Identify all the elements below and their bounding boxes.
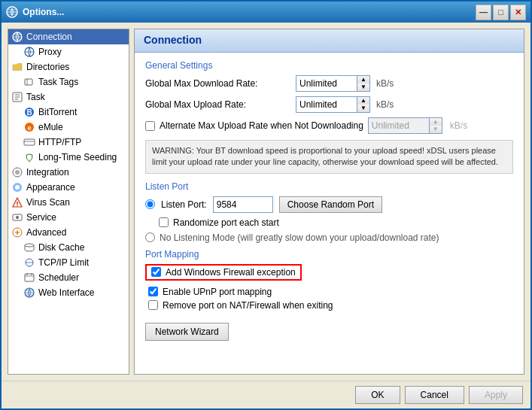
cancel-button[interactable]: Cancel — [405, 386, 464, 404]
svg-point-31 — [25, 244, 34, 247]
svg-point-29 — [16, 216, 19, 219]
bottom-bar: OK Cancel Apply — [2, 381, 530, 408]
sidebar-item-appearance[interactable]: Appearance — [8, 180, 129, 195]
sidebar-item-integration[interactable]: Integration — [8, 165, 129, 180]
sidebar-label-task: Task — [26, 92, 45, 102]
no-listen-radio[interactable] — [145, 232, 155, 242]
title-bar: Options... — □ ✕ — [2, 2, 530, 23]
sidebar-item-task[interactable]: Task — [8, 90, 129, 105]
sidebar-item-disk-cache[interactable]: Disk Cache — [8, 240, 129, 255]
firewall-exception-checkbox[interactable] — [151, 267, 161, 277]
alternate-rate-checkbox[interactable] — [145, 121, 155, 131]
warning-box: WARNING: Your BT download speed is propo… — [145, 140, 513, 174]
download-spin-up[interactable]: ▲ — [357, 76, 369, 84]
sidebar-item-tcpip-limit[interactable]: TCP/IP Limit — [8, 255, 129, 270]
randomize-port-row: Randomize port each start — [159, 217, 513, 228]
svg-rect-20 — [24, 139, 35, 145]
window-title: Options... — [23, 7, 471, 17]
minimize-button[interactable]: — — [476, 5, 491, 20]
listen-port-label: Listen Port: — [161, 199, 207, 210]
upload-spin-up[interactable]: ▲ — [357, 97, 369, 105]
upload-rate-label: Global Max Upload Rate: — [145, 99, 296, 110]
sidebar: Connection Proxy Directories Task Tags — [8, 29, 129, 375]
advanced-icon — [11, 226, 23, 238]
download-unit-label: kB/s — [376, 78, 394, 89]
main-content: Connection Proxy Directories Task Tags — [2, 23, 530, 381]
upnp-row: Enable UPnP port mapping — [148, 287, 513, 297]
choose-random-port-button[interactable]: Choose Random Port — [279, 196, 382, 213]
listen-port-input[interactable] — [213, 196, 273, 213]
listen-port-radio[interactable] — [145, 199, 155, 209]
no-listen-row: No Listening Mode (will greatly slow dow… — [145, 232, 513, 243]
firewall-check-row[interactable]: Add Windows Firewall exception — [145, 264, 302, 281]
ok-button[interactable]: OK — [355, 386, 400, 404]
upload-spinner-arrows: ▲ ▼ — [357, 97, 369, 112]
panel-body: General Settings Global Max Download Rat… — [135, 53, 524, 374]
sidebar-item-emule[interactable]: e eMule — [8, 120, 129, 135]
alternate-rate-label: Alternate Max Upload Rate when Not Downl… — [160, 120, 363, 131]
emule-icon: e — [23, 121, 35, 133]
download-rate-spinner-group: ▲ ▼ kB/s — [296, 75, 394, 92]
warning-text: WARNING: Your BT download speed is propo… — [152, 146, 498, 166]
task-icon — [11, 91, 23, 103]
upload-rate-input[interactable] — [296, 97, 357, 112]
download-spinner-arrows: ▲ ▼ — [357, 76, 369, 91]
sidebar-item-virus-scan[interactable]: Virus Scan — [8, 195, 129, 210]
network-wizard-button[interactable]: Network Wizard — [145, 323, 229, 341]
sidebar-item-web-interface[interactable]: Web Interface — [8, 285, 129, 300]
scheduler-icon — [23, 272, 35, 284]
download-rate-row: Global Max Download Rate: ▲ ▼ kB/s — [145, 75, 513, 92]
sidebar-item-proxy[interactable]: Proxy — [8, 44, 129, 59]
panel-title: Connection — [144, 34, 515, 46]
sidebar-label-long-time-seeding: Long-Time Seeding — [38, 152, 117, 162]
sidebar-item-directories[interactable]: Directories — [8, 59, 129, 74]
sidebar-label-disk-cache: Disk Cache — [38, 242, 84, 253]
sidebar-item-service[interactable]: Service — [8, 210, 129, 225]
tag-icon — [23, 76, 35, 88]
integration-icon — [11, 166, 23, 178]
folder-icon — [11, 61, 23, 73]
sidebar-label-web-interface: Web Interface — [38, 287, 94, 298]
download-rate-input[interactable] — [296, 76, 357, 91]
svg-point-27 — [17, 205, 18, 207]
apply-button[interactable]: Apply — [469, 386, 523, 404]
listen-port-section-label: Listen Port — [145, 181, 513, 192]
sidebar-item-long-time-seeding[interactable]: Long-Time Seeding — [8, 150, 129, 165]
options-window: Options... — □ ✕ Connection Proxy — [0, 0, 532, 410]
randomize-port-checkbox[interactable] — [159, 217, 169, 227]
service-icon — [11, 211, 23, 223]
svg-rect-10 — [25, 79, 32, 85]
no-listen-label: No Listening Mode (will greatly slow dow… — [160, 232, 439, 243]
seeding-icon — [23, 151, 35, 163]
upload-spinner-box: ▲ ▼ — [296, 96, 370, 113]
upload-unit-label: kB/s — [376, 99, 394, 110]
svg-rect-34 — [25, 274, 34, 281]
nat-label: Remove port on NAT/Firewall when exiting — [163, 300, 333, 311]
upnp-checkbox[interactable] — [148, 287, 158, 296]
nat-checkbox[interactable] — [148, 300, 158, 310]
sidebar-item-bittorrent[interactable]: B BitTorrent — [8, 105, 129, 120]
disk-icon — [23, 241, 35, 254]
upload-spin-down[interactable]: ▼ — [357, 105, 369, 112]
sidebar-item-scheduler[interactable]: Scheduler — [8, 270, 129, 285]
maximize-button[interactable]: □ — [493, 5, 509, 20]
web-icon — [23, 287, 35, 299]
download-spin-down[interactable]: ▼ — [357, 84, 369, 91]
alternate-spinner-box: ▲ ▼ — [368, 117, 442, 134]
nat-row: Remove port on NAT/Firewall when exiting — [148, 300, 513, 311]
bittorrent-icon: B — [23, 106, 35, 118]
alternate-rate-input — [369, 118, 429, 133]
proxy-icon — [23, 46, 35, 58]
sidebar-item-connection[interactable]: Connection — [8, 29, 129, 44]
svg-text:B: B — [26, 108, 32, 117]
svg-point-25 — [15, 185, 20, 190]
sidebar-item-advanced[interactable]: Advanced — [8, 225, 129, 240]
download-spinner-box: ▲ ▼ — [296, 75, 370, 92]
close-button[interactable]: ✕ — [510, 5, 526, 20]
right-panel: Connection General Settings Global Max D… — [134, 29, 524, 375]
network-wizard-container: Network Wizard — [145, 314, 513, 341]
sidebar-label-task-tags: Task Tags — [38, 77, 78, 87]
download-rate-label: Global Max Download Rate: — [145, 78, 296, 89]
sidebar-item-http-ftp[interactable]: HTTP/FTP — [8, 135, 129, 150]
sidebar-item-task-tags[interactable]: Task Tags — [8, 74, 129, 90]
